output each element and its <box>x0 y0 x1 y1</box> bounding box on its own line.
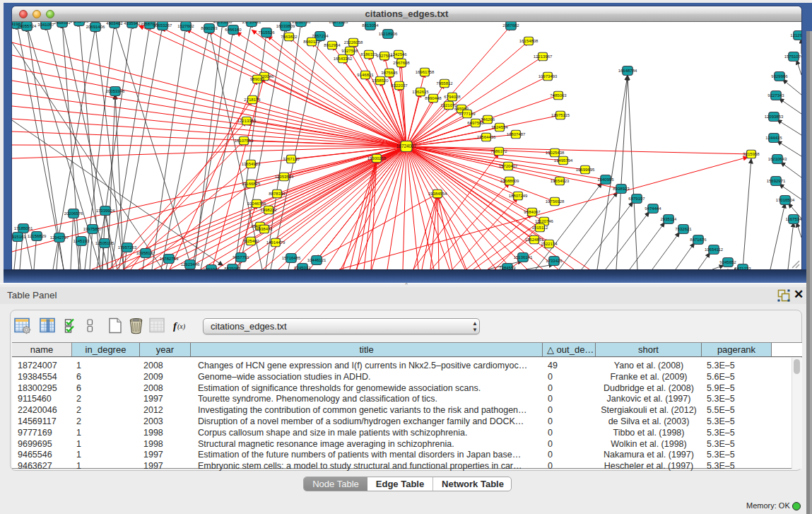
svg-text:7632621: 7632621 <box>675 227 692 231</box>
svg-text:12213363: 12213363 <box>237 119 257 123</box>
svg-text:2522174: 2522174 <box>541 242 558 246</box>
svg-text:8471233: 8471233 <box>734 267 751 269</box>
svg-text:7663822: 7663822 <box>281 35 298 39</box>
svg-text:10446121: 10446121 <box>307 258 326 262</box>
svg-text:2458591: 2458591 <box>54 22 71 25</box>
svg-text:21564436: 21564436 <box>477 135 496 139</box>
svg-text:1145193: 1145193 <box>73 239 90 243</box>
svg-text:8660123: 8660123 <box>303 40 320 44</box>
svg-text:19300265: 19300265 <box>367 156 387 160</box>
svg-text:13495794: 13495794 <box>554 158 573 163</box>
svg-text:19975857: 19975857 <box>83 227 102 231</box>
svg-text:7485063: 7485063 <box>550 93 567 98</box>
svg-text:2935114: 2935114 <box>661 217 678 221</box>
svg-text:8813054: 8813054 <box>362 23 379 28</box>
svg-text:7625402: 7625402 <box>242 239 259 243</box>
svg-text:3267130: 3267130 <box>283 157 300 161</box>
svg-text:18724007: 18724007 <box>396 144 417 148</box>
svg-text:12942737: 12942737 <box>50 235 69 240</box>
svg-text:9938471: 9938471 <box>256 227 273 231</box>
svg-text:13654963: 13654963 <box>242 162 261 166</box>
svg-text:1733426: 1733426 <box>546 259 563 263</box>
svg-text:8878334: 8878334 <box>269 192 286 196</box>
svg-text:1558520: 1558520 <box>372 78 389 83</box>
svg-text:8090293: 8090293 <box>201 26 218 30</box>
svg-text:9327508: 9327508 <box>341 49 358 53</box>
svg-text:81971316: 81971316 <box>329 22 348 24</box>
svg-text:16107553: 16107553 <box>235 139 254 143</box>
svg-text:8322037: 8322037 <box>391 83 408 88</box>
svg-text:1498222: 1498222 <box>260 208 277 212</box>
svg-text:3875645: 3875645 <box>381 71 398 75</box>
svg-text:4335942: 4335942 <box>124 22 141 25</box>
svg-text:9474444: 9474444 <box>645 206 661 211</box>
svg-text:3341057: 3341057 <box>37 23 54 27</box>
svg-text:15751074: 15751074 <box>784 54 801 59</box>
svg-text:8912954: 8912954 <box>324 43 341 47</box>
svg-text:19218906: 19218906 <box>379 32 398 36</box>
svg-text:1092344: 1092344 <box>203 267 220 269</box>
svg-text:1242546: 1242546 <box>390 52 407 57</box>
svg-text:12923446: 12923446 <box>181 262 200 267</box>
svg-text:16782759: 16782759 <box>160 257 179 261</box>
svg-text:1244415: 1244415 <box>765 136 782 140</box>
svg-text:12156829: 12156829 <box>28 234 47 238</box>
svg-text:19166825: 19166825 <box>242 182 261 186</box>
svg-text:12505195: 12505195 <box>95 241 114 245</box>
svg-text:10025438: 10025438 <box>546 151 565 155</box>
svg-text:12975115: 12975115 <box>551 113 570 117</box>
svg-text:4903402: 4903402 <box>106 22 123 25</box>
svg-text:10973493: 10973493 <box>539 74 558 78</box>
svg-text:14914479: 14914479 <box>266 240 286 245</box>
svg-text:20053346: 20053346 <box>106 89 125 93</box>
svg-text:10046786: 10046786 <box>247 201 266 206</box>
svg-text:9245012: 9245012 <box>294 266 311 269</box>
svg-text:9384067: 9384067 <box>524 210 541 214</box>
svg-text:8186323: 8186323 <box>360 52 377 57</box>
svg-text:11120746: 11120746 <box>535 219 553 223</box>
svg-text:19654923: 19654923 <box>551 179 570 183</box>
svg-text:9146821: 9146821 <box>357 73 374 77</box>
svg-text:1015112: 1015112 <box>532 226 549 230</box>
svg-text:15720407: 15720407 <box>499 164 518 168</box>
svg-text:17339924: 17339924 <box>96 209 115 213</box>
svg-text:6466160: 6466160 <box>225 28 242 32</box>
svg-text:746266: 746266 <box>481 117 495 122</box>
svg-text:10654112: 10654112 <box>705 247 724 252</box>
svg-text:23226058: 23226058 <box>344 40 363 45</box>
svg-text:9245652: 9245652 <box>719 260 736 264</box>
svg-text:18807249: 18807249 <box>509 194 528 198</box>
svg-text:16543362: 16543362 <box>334 57 353 61</box>
svg-text:10756928: 10756928 <box>546 199 565 204</box>
svg-text:16648784: 16648784 <box>618 69 637 73</box>
svg-text:91030736: 91030736 <box>292 22 311 24</box>
svg-text:3915161: 3915161 <box>12 235 26 239</box>
svg-text:7986372: 7986372 <box>490 149 507 153</box>
svg-text:8835061: 8835061 <box>224 267 241 269</box>
svg-text:3624554: 3624554 <box>491 125 508 129</box>
svg-text:23718431: 23718431 <box>242 22 261 24</box>
svg-text:6879197: 6879197 <box>628 197 645 201</box>
svg-text:15692971: 15692971 <box>767 179 786 183</box>
svg-text:16210643: 16210643 <box>768 157 787 161</box>
svg-text:1640995: 1640995 <box>597 177 614 182</box>
svg-text:10653267: 10653267 <box>153 23 172 28</box>
svg-text:15716485: 15716485 <box>282 256 301 260</box>
svg-text:14265799: 14265799 <box>70 22 89 23</box>
svg-text:17185061: 17185061 <box>14 226 33 230</box>
svg-text:16033809: 16033809 <box>276 24 295 28</box>
svg-text:8938923: 8938923 <box>613 187 630 191</box>
svg-text:7515526: 7515526 <box>258 30 275 35</box>
svg-text:(x): (x) <box>177 322 186 331</box>
svg-text:8990448: 8990448 <box>425 96 442 100</box>
svg-text:17957263: 17957263 <box>118 245 137 250</box>
svg-text:15136141: 15136141 <box>514 255 533 259</box>
svg-text:1167534: 1167534 <box>786 217 801 221</box>
svg-text:1212906: 1212906 <box>790 33 801 37</box>
svg-text:10958127: 10958127 <box>136 251 155 255</box>
svg-text:3215958: 3215958 <box>743 152 760 156</box>
svg-text:10699695: 10699695 <box>576 168 595 172</box>
svg-text:17016504: 17016504 <box>776 198 795 202</box>
svg-text:9657791: 9657791 <box>233 255 249 259</box>
svg-text:10688609: 10688609 <box>500 179 519 183</box>
